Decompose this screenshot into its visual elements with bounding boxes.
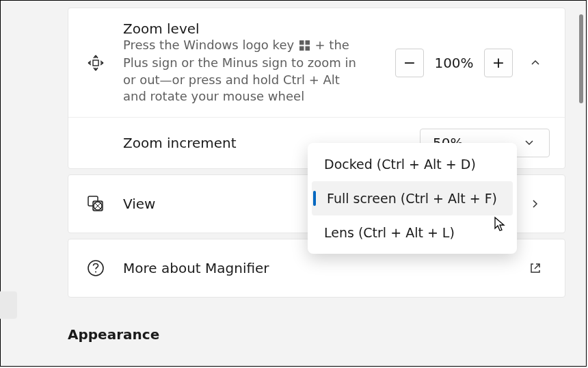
scrollbar[interactable] (579, 14, 583, 103)
view-icon (83, 194, 108, 213)
appearance-heading: Appearance (68, 326, 565, 343)
view-options-menu: Docked (Ctrl + Alt + D) Full screen (Ctr… (308, 143, 517, 254)
help-icon (83, 259, 108, 277)
view-option-fullscreen[interactable]: Full screen (Ctrl + Alt + F) (312, 181, 513, 215)
more-magnifier-title: More about Magnifier (123, 260, 517, 276)
zoom-icon (83, 53, 108, 73)
svg-rect-1 (299, 40, 304, 45)
svg-rect-3 (299, 47, 304, 51)
svg-rect-4 (305, 47, 310, 51)
zoom-out-button[interactable]: − (395, 49, 424, 77)
plus-icon: + (492, 54, 505, 71)
chevron-down-icon (524, 138, 534, 148)
settings-page: Zoom level Press the Windows logo key + … (0, 0, 587, 367)
zoom-in-button[interactable]: + (484, 49, 513, 77)
svg-point-9 (95, 272, 96, 273)
chevron-right-icon (530, 198, 541, 209)
external-link[interactable] (521, 262, 550, 274)
svg-rect-0 (93, 60, 98, 66)
external-link-icon (529, 262, 542, 274)
zoom-level-row[interactable]: Zoom level Press the Windows logo key + … (68, 8, 565, 117)
minus-icon: − (403, 54, 416, 71)
windows-logo-icon (299, 38, 310, 55)
zoom-level-title: Zoom level (123, 21, 395, 37)
collapse-toggle[interactable] (521, 57, 550, 68)
zoom-level-desc: Press the Windows logo key + the Plus si… (123, 37, 362, 105)
chevron-up-icon (530, 57, 541, 68)
view-option-docked[interactable]: Docked (Ctrl + Alt + D) (312, 147, 513, 181)
sidebar-edge (0, 291, 17, 319)
view-expand[interactable] (521, 198, 550, 209)
zoom-controls: − 100% + (395, 49, 513, 77)
view-option-lens[interactable]: Lens (Ctrl + Alt + L) (312, 215, 513, 250)
svg-rect-2 (305, 40, 310, 45)
zoom-value: 100% (433, 55, 475, 71)
